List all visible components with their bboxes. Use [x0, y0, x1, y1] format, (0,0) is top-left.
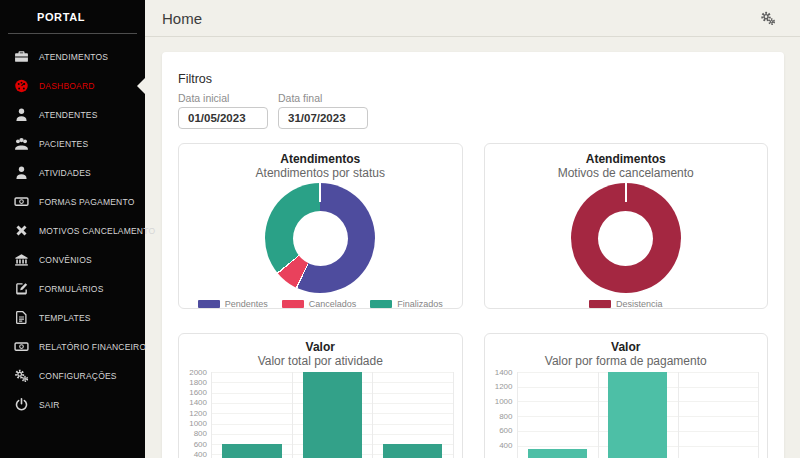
person-icon: [14, 165, 29, 180]
bar: [222, 444, 281, 458]
people-icon: [14, 136, 29, 151]
sidebar-item-label: ATIVIDADES: [39, 168, 91, 178]
sidebar-item-label: MOTIVOS CANCELAMENTO: [39, 226, 155, 236]
chart-title: Atendimentos: [493, 152, 760, 166]
brand-title: PORTAL: [0, 0, 145, 33]
y-tick-label: 800: [499, 413, 512, 421]
date-end-input[interactable]: [278, 107, 368, 129]
bar-chart: 200018001600140012001000800600400200: [187, 372, 454, 458]
y-tick-label: 600: [499, 427, 512, 435]
date-end-label: Data final: [278, 92, 368, 104]
sidebar-item-relatorio-financeiro[interactable]: RELATÓRIO FINANCEIRO: [0, 332, 145, 361]
sidebar-item-label: SAIR: [39, 400, 60, 410]
gridline: [372, 372, 373, 458]
sidebar-item-label: RELATÓRIO FINANCEIRO: [39, 342, 146, 352]
page-title: Home: [162, 10, 202, 27]
bar: [303, 372, 362, 458]
filters-row: Data inicial Data final: [178, 92, 768, 129]
sidebar-item-label: DASHBOARD: [39, 81, 95, 91]
chart-title: Valor: [187, 340, 454, 354]
chart-subtitle: Valor total por atividade: [187, 354, 454, 369]
document-icon: [14, 310, 29, 325]
y-tick-label: 800: [194, 430, 207, 438]
chart-subtitle: Valor por forma de pagamento: [493, 354, 760, 369]
sidebar-item-sair[interactable]: SAIR: [0, 390, 145, 419]
sidebar-item-label: CONVÊNIOS: [39, 255, 92, 265]
sidebar-item-label: TEMPLATES: [39, 313, 91, 323]
legend-item[interactable]: Cancelados: [282, 299, 357, 309]
sidebar-item-pacientes[interactable]: PACIENTES: [0, 129, 145, 158]
legend-swatch: [282, 300, 304, 308]
legend-swatch: [370, 300, 392, 308]
gridline: [292, 372, 293, 458]
sidebar-item-label: ATENDENTES: [39, 110, 98, 120]
power-icon: [14, 397, 29, 412]
bank-icon: [14, 252, 29, 267]
gears-icon[interactable]: [760, 10, 776, 26]
y-tick-label: 600: [194, 441, 207, 449]
bar-chart: 140012001000800600400200: [493, 372, 760, 458]
sidebar-item-atendentes[interactable]: ATENDENTES: [0, 100, 145, 129]
date-start-label: Data inicial: [178, 92, 268, 104]
donut-chart: [265, 183, 375, 293]
sidebar-item-convenios[interactable]: CONVÊNIOS: [0, 245, 145, 274]
sidebar-item-label: CONFIGURAÇÕES: [39, 371, 117, 381]
chart-card-motivos-cancelamento: Atendimentos Motivos de cancelamento Des…: [484, 143, 769, 309]
chart-card-valor-atividade: Valor Valor total por atividade 20001800…: [178, 333, 463, 458]
charts-grid: Atendimentos Atendimentos por status Pen…: [178, 143, 768, 458]
gridline: [678, 372, 679, 458]
date-start-field: Data inicial: [178, 92, 268, 129]
y-tick-label: 2000: [189, 369, 207, 377]
money-bill-icon: [14, 339, 29, 354]
sidebar-menu: ATENDIMENTOS DASHBOARD ATENDENTES PACIEN…: [0, 34, 145, 419]
sidebar-item-label: FORMAS PAGAMENTO: [39, 197, 134, 207]
chart-legend: Desistencia: [493, 299, 760, 309]
y-tick-label: 1200: [189, 410, 207, 418]
sidebar-item-templates[interactable]: TEMPLATES: [0, 303, 145, 332]
form-pencil-icon: [14, 281, 29, 296]
gridline: [598, 372, 599, 458]
chart-subtitle: Motivos de cancelamento: [493, 166, 760, 181]
date-start-input[interactable]: [178, 107, 268, 129]
legend-item[interactable]: Finalizados: [370, 299, 443, 309]
person-icon: [14, 107, 29, 122]
legend-item[interactable]: Pendentes: [198, 299, 268, 309]
y-axis: 200018001600140012001000800600400200: [187, 372, 211, 458]
sidebar-item-formularios[interactable]: FORMULÁRIOS: [0, 274, 145, 303]
filters-heading: Filtros: [178, 72, 768, 86]
sidebar-item-formas-pagamento[interactable]: FORMAS PAGAMENTO: [0, 187, 145, 216]
gauge-icon: [14, 78, 29, 93]
donut-hole: [293, 211, 348, 266]
chart-title: Valor: [493, 340, 760, 354]
bar: [608, 372, 667, 458]
sidebar-item-atividades[interactable]: ATIVIDADES: [0, 158, 145, 187]
sidebar-item-label: ATENDIMENTOS: [39, 52, 108, 62]
sidebar-item-configuracoes[interactable]: CONFIGURAÇÕES: [0, 361, 145, 390]
sidebar-item-dashboard[interactable]: DASHBOARD: [0, 71, 145, 100]
legend-item[interactable]: Desistencia: [589, 299, 663, 309]
y-tick-label: 1400: [189, 399, 207, 407]
y-tick-label: 1800: [189, 379, 207, 387]
chart-legend: PendentesCanceladosFinalizados: [187, 299, 454, 309]
legend-label: Pendentes: [225, 299, 268, 309]
legend-swatch: [198, 300, 220, 308]
plot-area: [211, 372, 454, 458]
donut-chart: [571, 183, 681, 293]
y-tick-label: 1000: [189, 420, 207, 428]
content-card: Filtros Data inicial Data final Atendime…: [162, 52, 784, 458]
legend-label: Cancelados: [309, 299, 357, 309]
y-tick-label: 1400: [495, 369, 513, 377]
legend-label: Desistencia: [616, 299, 663, 309]
y-tick-label: 1000: [495, 398, 513, 406]
legend-label: Finalizados: [397, 299, 443, 309]
sidebar-item-motivos-cancelamento[interactable]: MOTIVOS CANCELAMENTO: [0, 216, 145, 245]
sidebar-item-label: PACIENTES: [39, 139, 88, 149]
main-area: Home Filtros Data inicial Data final Ate…: [145, 0, 800, 458]
briefcase-icon: [14, 49, 29, 64]
date-end-field: Data final: [278, 92, 368, 129]
sidebar-item-atendimentos[interactable]: ATENDIMENTOS: [0, 42, 145, 71]
gears-icon: [14, 368, 29, 383]
y-tick-label: 1200: [495, 383, 513, 391]
chart-card-atendimentos-status: Atendimentos Atendimentos por status Pen…: [178, 143, 463, 309]
y-tick-label: 400: [194, 451, 207, 458]
